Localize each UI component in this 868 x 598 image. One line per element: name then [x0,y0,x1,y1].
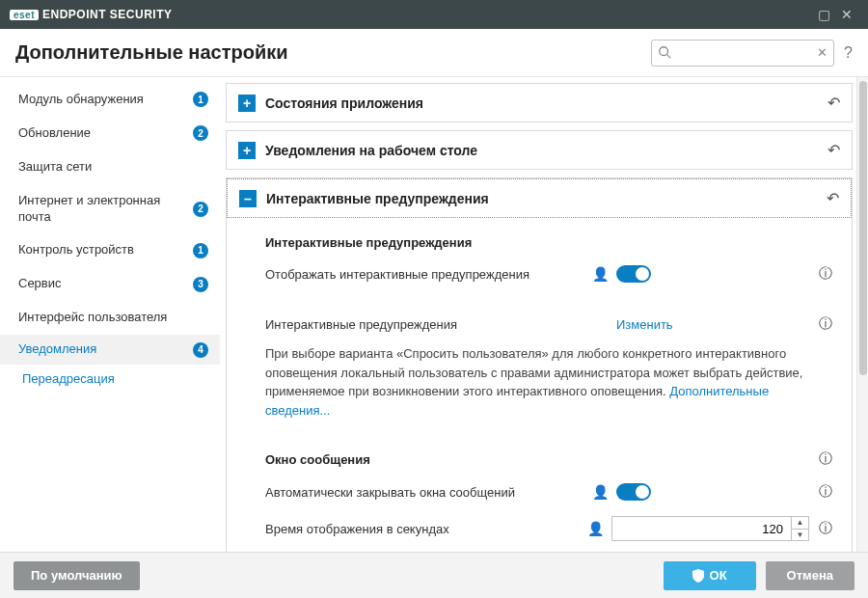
search-icon [658,45,671,62]
info-icon[interactable]: ⓘ [819,483,832,501]
panel-header[interactable]: + Уведомления на рабочем столе ↶ [227,131,852,169]
sidebar: Модуль обнаружения1 Обновление2 Защита с… [0,77,220,552]
row-show-alerts: Отображать интерактивные предупреждения … [265,258,832,290]
window-close-icon[interactable]: ✕ [835,3,858,26]
sidebar-item-tools[interactable]: Сервис3 [0,267,220,301]
panel-title: Уведомления на рабочем столе [265,143,827,158]
edit-link[interactable]: Изменить [616,317,673,332]
sidebar-item-update[interactable]: Обновление2 [0,117,220,150]
section-title: Интерактивные предупреждения [265,235,832,250]
sidebar-item-label: Модуль обнаружения [18,92,187,108]
row-label: Интерактивные предупреждения [265,317,616,332]
badge: 4 [193,342,208,358]
ok-label: ОК [710,568,727,583]
sidebar-item-label: Уведомления [18,341,187,358]
product-name: ENDPOINT SECURITY [42,8,173,21]
content-area: + Состояния приложения ↶ + Уведомления н… [220,77,856,552]
panel-title: Состояния приложения [265,95,827,111]
timeout-field[interactable]: ▲ ▼ [611,516,809,541]
spin-down-icon[interactable]: ▼ [792,530,808,541]
defaults-button[interactable]: По умолчанию [14,561,140,590]
sidebar-item-device-control[interactable]: Контроль устройств1 [0,233,220,267]
panel-app-states: + Состояния приложения ↶ [226,83,853,122]
header: Дополнительные настройки ✕ ? [0,29,868,77]
window-maximize-icon[interactable]: ▢ [812,3,835,26]
section-title: Окно сообщения [265,452,370,467]
clear-search-icon[interactable]: ✕ [817,45,827,60]
sidebar-item-detection[interactable]: Модуль обнаружения1 [0,83,220,117]
badge: 2 [193,202,208,217]
ok-button[interactable]: ОК [664,561,756,590]
badge: 2 [193,125,208,141]
expand-icon: + [238,142,256,159]
titlebar: esetENDPOINT SECURITY ▢ ✕ [0,0,868,29]
badge: 1 [193,243,208,258]
panel-desktop-notifications: + Уведомления на рабочем столе ↶ [226,130,853,170]
sidebar-item-network[interactable]: Защита сети [0,150,220,184]
badge: 3 [193,277,208,292]
scrollbar-thumb[interactable] [859,81,867,375]
spin-up-icon[interactable]: ▲ [792,517,808,530]
cancel-button[interactable]: Отмена [766,561,854,590]
user-icon: 👤 [592,484,609,500]
spin-buttons: ▲ ▼ [791,517,808,540]
user-icon: 👤 [587,521,604,536]
info-icon[interactable]: ⓘ [819,265,832,283]
svg-point-0 [660,46,668,55]
row-messagebox-title: Окно сообщения ⓘ [265,443,832,476]
sidebar-item-label: Контроль устройств [18,242,187,258]
sidebar-item-ui[interactable]: Интерфейс пользователя [0,301,220,335]
brand-badge: eset [10,10,39,20]
sidebar-item-label: Сервис [18,276,187,292]
panel-header[interactable]: + Состояния приложения ↶ [227,84,852,122]
sidebar-item-notifications[interactable]: Уведомления4 [0,335,220,365]
sidebar-item-label: Переадресация [22,371,208,388]
info-icon[interactable]: ⓘ [819,450,832,468]
info-icon[interactable]: ⓘ [819,520,832,537]
row-autoclose: Автоматически закрывать окна сообщений 👤… [265,476,832,508]
footer: По умолчанию ОК Отмена [0,552,868,598]
badge: 1 [193,92,208,107]
row-label: Время отображения в секундах [265,522,587,536]
panel-interactive-alerts: – Интерактивные предупреждения ↶ Интерак… [226,177,853,552]
sidebar-item-label: Интернет и электронная почта [18,193,187,226]
user-icon: 👤 [592,266,609,282]
info-icon[interactable]: ⓘ [819,315,832,333]
sidebar-item-web-email[interactable]: Интернет и электронная почта2 [0,184,220,234]
help-button[interactable]: ? [844,44,853,62]
scrollbar-track[interactable] [856,77,868,552]
shield-icon [692,569,704,583]
sidebar-item-label: Обновление [18,125,187,142]
svg-line-1 [667,54,671,58]
description-text: При выборе варианта «Спросить пользовате… [265,344,832,420]
timeout-input[interactable] [612,522,791,536]
search-input[interactable] [677,45,810,60]
search-box[interactable]: ✕ [651,40,834,67]
panel-header[interactable]: – Интерактивные предупреждения ↶ [227,178,852,218]
row-interactive-edit: Интерактивные предупреждения Изменить ⓘ [265,308,832,340]
reset-icon[interactable]: ↶ [827,189,839,207]
collapse-icon: – [239,190,257,207]
panel-title: Интерактивные предупреждения [266,191,827,206]
app-logo: esetENDPOINT SECURITY [10,8,173,21]
page-title: Дополнительные настройки [15,41,288,64]
reset-icon[interactable]: ↶ [827,94,840,112]
row-label: Автоматически закрывать окна сообщений [265,485,592,500]
row-truncated: П И ⓘ [265,549,832,552]
toggle-show-alerts[interactable] [616,265,651,283]
sidebar-item-label: Интерфейс пользователя [18,310,208,326]
toggle-autoclose[interactable] [616,483,651,501]
sidebar-item-redirect[interactable]: Переадресация [0,365,220,394]
sidebar-item-label: Защита сети [18,159,208,176]
expand-icon: + [238,95,256,112]
row-timeout: Время отображения в секундах 👤 ▲ ▼ [265,508,832,549]
row-label: Отображать интерактивные предупреждения [265,267,592,282]
reset-icon[interactable]: ↶ [827,141,840,159]
panel-body: Интерактивные предупреждения Отображать … [227,218,852,552]
